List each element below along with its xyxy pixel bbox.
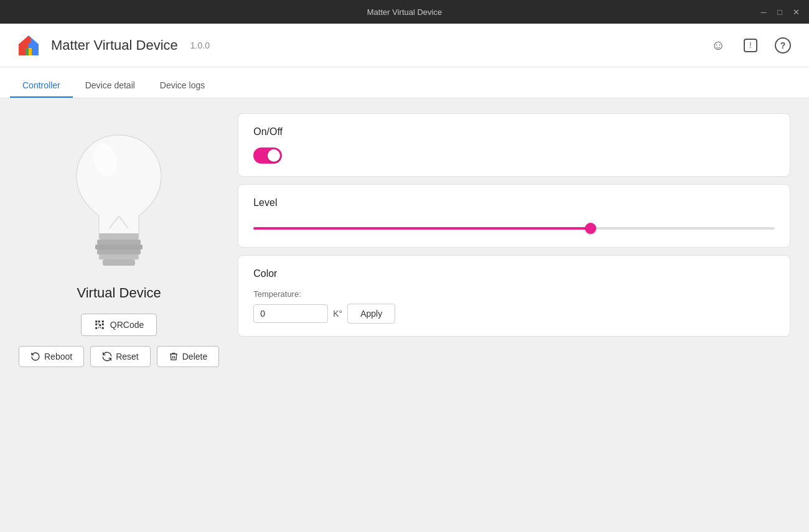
qrcode-label: QRCode [110, 320, 144, 330]
svg-rect-21 [98, 327, 100, 329]
reboot-label: Reboot [44, 352, 72, 362]
alert-icon: ! [744, 39, 757, 52]
delete-icon [169, 352, 179, 362]
right-panel: On/Off Level Color Temperature: K° [238, 113, 790, 517]
onoff-toggle[interactable] [253, 147, 282, 164]
app-version: 1.0.0 [190, 40, 210, 50]
tabs-bar: Controller Device detail Device logs [0, 67, 809, 98]
slider-wrapper [253, 218, 775, 235]
color-title: Color [253, 268, 775, 279]
svg-rect-22 [100, 327, 101, 329]
titlebar-controls: ─ □ ✕ [758, 6, 802, 17]
svg-rect-18 [99, 324, 101, 326]
emoji-button[interactable]: ☺ [707, 34, 729, 57]
app-header: Matter Virtual Device 1.0.0 ☺ ! ? [0, 24, 809, 67]
delete-label: Delete [182, 352, 207, 362]
onoff-card: On/Off [238, 113, 790, 177]
svg-rect-12 [95, 320, 97, 322]
toggle-wrapper [253, 147, 775, 164]
help-icon: ? [775, 37, 791, 54]
device-actions: Reboot Reset Delete [19, 346, 219, 367]
temperature-label: Temperature: [253, 289, 775, 299]
temperature-unit: K° [333, 309, 342, 319]
svg-rect-9 [103, 259, 135, 266]
svg-rect-19 [95, 327, 97, 329]
svg-rect-14 [98, 320, 100, 322]
alert-button[interactable]: ! [739, 34, 762, 57]
tab-controller[interactable]: Controller [10, 80, 73, 98]
temperature-row: K° Apply [253, 304, 775, 324]
reset-icon [102, 352, 112, 362]
svg-rect-13 [95, 324, 97, 325]
svg-rect-20 [98, 324, 100, 325]
titlebar: Matter Virtual Device ─ □ ✕ [0, 0, 809, 24]
titlebar-title: Matter Virtual Device [367, 7, 442, 17]
header-left: Matter Virtual Device 1.0.0 [15, 32, 210, 59]
header-right: ☺ ! ? [707, 34, 794, 57]
delete-button[interactable]: Delete [157, 346, 219, 367]
main-content: Virtual Device QRCode Reboot [0, 98, 809, 532]
apply-button[interactable]: Apply [347, 304, 395, 324]
level-title: Level [253, 197, 775, 208]
minimize-button[interactable]: ─ [758, 6, 769, 17]
reboot-button[interactable]: Reboot [19, 346, 84, 367]
svg-rect-16 [102, 324, 104, 325]
app-title: Matter Virtual Device [51, 37, 178, 54]
temperature-input[interactable] [253, 304, 328, 323]
left-panel: Virtual Device QRCode Reboot [19, 113, 219, 517]
qrcode-icon [94, 319, 105, 330]
app-logo [15, 32, 42, 59]
reset-button[interactable]: Reset [90, 346, 151, 367]
svg-rect-1 [27, 37, 30, 43]
tab-device-logs[interactable]: Device logs [147, 80, 217, 98]
level-card: Level [238, 184, 790, 248]
onoff-title: On/Off [253, 126, 775, 138]
svg-rect-6 [95, 245, 143, 250]
level-slider[interactable] [253, 227, 775, 230]
reboot-icon [30, 352, 40, 362]
svg-rect-7 [97, 250, 141, 254]
svg-rect-15 [102, 320, 104, 322]
tab-device-detail[interactable]: Device detail [73, 80, 147, 98]
close-button[interactable]: ✕ [790, 6, 802, 17]
help-button[interactable]: ? [772, 34, 794, 57]
bulb-image [57, 126, 181, 275]
device-name: Virtual Device [77, 285, 161, 301]
qrcode-button[interactable]: QRCode [81, 314, 157, 336]
reset-label: Reset [116, 352, 139, 362]
svg-rect-8 [99, 254, 139, 259]
maximize-button[interactable]: □ [774, 6, 785, 17]
svg-rect-4 [99, 233, 139, 240]
svg-rect-17 [102, 327, 104, 329]
emoji-icon: ☺ [711, 37, 725, 54]
color-card: Color Temperature: K° Apply [238, 255, 790, 337]
svg-rect-5 [97, 240, 141, 245]
